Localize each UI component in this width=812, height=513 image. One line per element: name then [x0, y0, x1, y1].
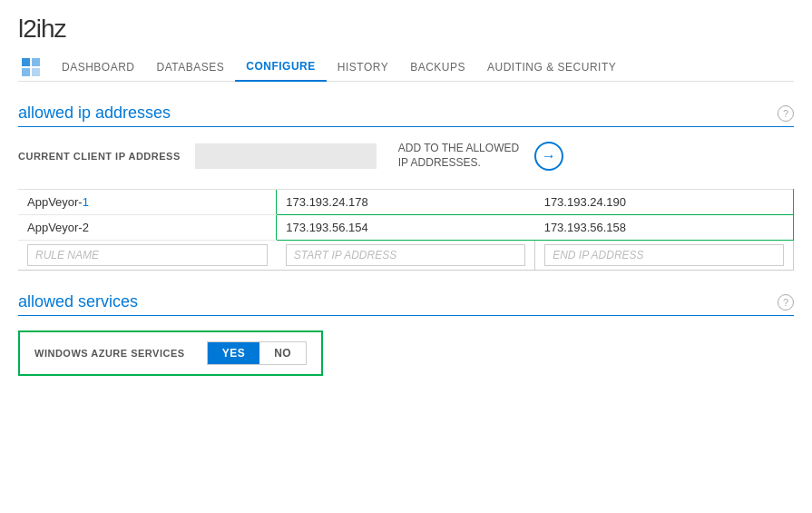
add-ip-arrow-button[interactable]: → [534, 142, 563, 171]
nav-item-auditing[interactable]: AUDITING & SECURITY [476, 54, 627, 81]
rule-name-cell: AppVeyor-2 [18, 215, 277, 241]
new-rule-row [18, 241, 794, 271]
nav-logo [18, 54, 44, 80]
allowed-services-title: allowed services [18, 292, 138, 311]
svg-rect-0 [22, 58, 30, 66]
nav-item-configure[interactable]: CONFIGURE [235, 53, 327, 82]
nav-item-databases[interactable]: DATABASES [146, 54, 236, 81]
start-ip-input[interactable] [286, 244, 525, 266]
end-ip-cell: 173.193.56.158 [535, 215, 794, 241]
svg-rect-2 [22, 68, 30, 76]
client-ip-label: CURRENT CLIENT IP ADDRESS [18, 151, 181, 162]
table-row: AppVeyor-2 173.193.56.154 173.193.56.158 [18, 215, 794, 241]
nav-item-backups[interactable]: BACKUPS [399, 54, 476, 81]
add-to-allowed-text: ADD TO THE ALLOWED IP ADDRESSES. [398, 142, 525, 170]
yes-button[interactable]: YES [208, 342, 260, 364]
allowed-services-divider [18, 315, 794, 316]
nav-item-dashboard[interactable]: DASHBOARD [51, 54, 146, 81]
svg-rect-3 [32, 68, 40, 76]
rule-name-cell: AppVeyor-1 [18, 190, 277, 215]
nav-item-history[interactable]: HISTORY [327, 54, 399, 81]
allowed-services-header: allowed services ? [18, 292, 794, 311]
azure-services-label: WINDOWS AZURE SERVICES [34, 348, 185, 359]
start-ip-cell: 173.193.56.154 [277, 215, 535, 241]
allowed-ip-divider [18, 126, 794, 127]
allowed-ip-section-header: allowed ip addresses ? [18, 104, 794, 123]
allowed-ip-help-icon[interactable]: ? [778, 105, 794, 122]
add-to-allowed-group: ADD TO THE ALLOWED IP ADDRESSES. → [398, 142, 563, 171]
yes-no-toggle: YES NO [207, 341, 308, 365]
client-ip-row: CURRENT CLIENT IP ADDRESS ADD TO THE ALL… [18, 142, 794, 171]
new-start-ip-cell[interactable] [277, 241, 535, 271]
start-ip-cell: 173.193.24.178 [277, 190, 535, 215]
end-ip-cell: 173.193.24.190 [535, 190, 794, 215]
azure-services-row: WINDOWS AZURE SERVICES YES NO [18, 330, 323, 376]
ip-rules-table: AppVeyor-1 173.193.24.178 173.193.24.190… [18, 189, 794, 271]
main-content: allowed ip addresses ? CURRENT CLIENT IP… [0, 82, 812, 398]
no-button[interactable]: NO [259, 342, 306, 364]
app-title: l2ihz [18, 15, 794, 44]
new-end-ip-cell[interactable] [535, 241, 794, 271]
allowed-services-section: allowed services ? WINDOWS AZURE SERVICE… [18, 292, 794, 376]
allowed-services-help-icon[interactable]: ? [778, 294, 794, 311]
navigation: DASHBOARD DATABASES CONFIGURE HISTORY BA… [18, 53, 794, 82]
end-ip-input[interactable] [544, 244, 784, 266]
header: l2ihz DASHBOARD DATABASES CONFIGURE HIST… [0, 0, 812, 82]
client-ip-input-display [195, 143, 377, 169]
page: l2ihz DASHBOARD DATABASES CONFIGURE HIST… [0, 0, 812, 513]
rule-name-input[interactable] [27, 244, 268, 266]
table-row: AppVeyor-1 173.193.24.178 173.193.24.190 [18, 190, 794, 215]
allowed-ip-title: allowed ip addresses [18, 104, 171, 123]
new-rule-name-cell[interactable] [18, 241, 277, 271]
svg-rect-1 [32, 58, 40, 66]
